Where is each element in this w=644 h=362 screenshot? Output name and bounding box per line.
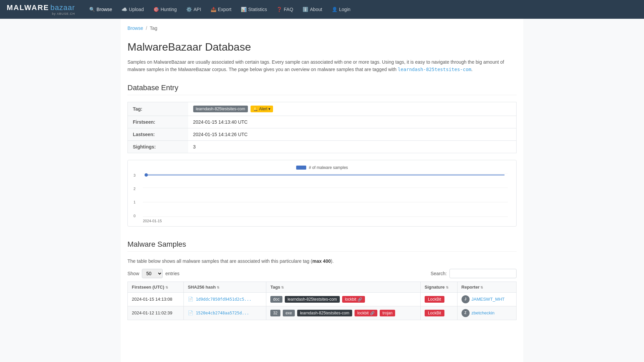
chart-y-labels: 0 1 2 3 <box>133 173 136 218</box>
nav-login[interactable]: 👤 Login <box>328 4 355 15</box>
hash-link-1[interactable]: 1d9ddc7850fd9451d2c5... <box>196 297 252 302</box>
value-firstseen: 2024-01-15 14:13:40 UTC <box>188 116 517 128</box>
label-sightings: Sightings: <box>128 140 188 153</box>
cell-firstseen-1: 2024-01-15 14:13:08 <box>128 292 184 306</box>
nav-hunting[interactable]: 🎯 Hunting <box>149 4 181 15</box>
chart-x-label: 2024-01-15 <box>143 219 511 223</box>
badge-trojan-2: trojan <box>380 310 395 316</box>
col-tags[interactable]: Tags <box>266 282 421 292</box>
main-content: Browse / Tag MalwareBazaar Database Samp… <box>121 19 523 362</box>
nav-faq[interactable]: ❓ FAQ <box>272 4 297 15</box>
samples-table: Firstseen (UTC) SHA256 hash Tags Signatu… <box>127 282 517 320</box>
breadcrumb-separator: / <box>146 25 147 31</box>
cell-tags-1: doc learndash-825testsites-com lockbit 🔗 <box>266 292 421 306</box>
nav-statistics[interactable]: 📊 Statistics <box>237 4 271 15</box>
brand-logo-text: MALWARE bazaar by ABUSE.CH <box>7 3 75 15</box>
hunting-icon: 🎯 <box>153 7 159 12</box>
show-entries: Show 50 25 100 entries <box>127 269 179 278</box>
breadcrumb-home[interactable]: Browse <box>127 25 143 31</box>
chart-legend-color <box>296 166 306 170</box>
cell-tags-2: 32 exe learndash-825testsites-com lockbi… <box>266 306 421 320</box>
alert-button[interactable]: 🔔 Alert ▾ <box>251 106 273 112</box>
chart-legend: # of malware samples <box>133 165 511 170</box>
chart-svg <box>143 173 508 217</box>
browse-icon: 🔍 <box>89 7 95 12</box>
table-controls: Show 50 25 100 entries Search: <box>127 269 517 278</box>
badge-lockbit-2: lockbit 🔗 <box>355 310 377 316</box>
login-icon: 👤 <box>332 7 337 12</box>
reporter-avatar-1: J <box>462 295 470 303</box>
label-tag: Tag: <box>128 102 188 116</box>
col-firstseen[interactable]: Firstseen (UTC) <box>128 282 184 292</box>
file-icon-1: 📄 <box>188 297 193 302</box>
database-entry-table: Tag: learndash-825testsites-com 🔔 Alert … <box>127 102 517 153</box>
badge-learndash-1: learndash-825testsites-com <box>285 296 339 303</box>
col-signature[interactable]: Signature <box>420 282 457 292</box>
page-description: Samples on MalwareBazaar are usually ass… <box>127 58 517 73</box>
cell-reporter-1: J JAMESWT_MHT <box>457 292 516 306</box>
badge-32-2: 32 <box>270 310 280 316</box>
nav-links: 🔍 Browse ☁️ Upload 🎯 Hunting ⚙️ API 📤 Ex… <box>85 4 637 15</box>
value-tag: learndash-825testsites-com 🔔 Alert ▾ <box>188 102 517 116</box>
search-input[interactable] <box>449 269 517 278</box>
nav-about[interactable]: ℹ️ About <box>299 4 326 15</box>
database-entry-title: Database Entry <box>127 83 517 95</box>
navbar: MALWARE bazaar by ABUSE.CH 🔍 Browse ☁️ U… <box>0 0 644 19</box>
col-hash[interactable]: SHA256 hash <box>184 282 266 292</box>
chart-container: # of malware samples 0 1 2 3 2024-01-15 <box>127 160 517 227</box>
entries-select[interactable]: 50 25 100 <box>142 269 163 278</box>
cell-reporter-2: Z zbetcheckin <box>457 306 516 320</box>
nav-export[interactable]: 📤 Export <box>207 4 235 15</box>
reporter-link-2[interactable]: zbetcheckin <box>472 310 495 315</box>
col-reporter[interactable]: Reporter <box>457 282 516 292</box>
export-icon: 📤 <box>211 7 216 12</box>
label-firstseen: Firstseen: <box>128 116 188 128</box>
samples-description: The table below shows all malware sample… <box>127 258 517 264</box>
breadcrumb: Browse / Tag <box>127 25 517 31</box>
cell-signature-1: LockBit <box>420 292 457 306</box>
tag-badge[interactable]: learndash-825testsites-com <box>193 106 248 112</box>
file-icon-2: 📄 <box>188 310 193 315</box>
table-row-sightings: Sightings: 3 <box>128 140 517 153</box>
label-lastseen: Lastseen: <box>128 128 188 140</box>
badge-exe-2: exe <box>283 310 294 316</box>
statistics-icon: 📊 <box>241 7 247 12</box>
table-row-lastseen: Lastseen: 2024-01-15 14:14:26 UTC <box>128 128 517 140</box>
samples-section: Malware Samples The table below shows al… <box>127 240 517 320</box>
search-label: Search: <box>431 271 447 276</box>
cell-hash-2: 📄 1520e4cb2748aa5725d... <box>184 306 266 320</box>
cell-hash-1: 📄 1d9ddc7850fd9451d2c5... <box>184 292 266 306</box>
brand-logo[interactable]: MALWARE bazaar by ABUSE.CH <box>7 3 75 15</box>
search-box: Search: <box>431 269 517 278</box>
tag-link[interactable]: learndash-825testsites-com <box>398 67 471 72</box>
reporter-link-1[interactable]: JAMESWT_MHT <box>472 297 505 302</box>
about-icon: ℹ️ <box>303 7 308 12</box>
table-row: 2024-01-12 11:02:39 📄 1520e4cb2748aa5725… <box>128 306 517 320</box>
breadcrumb-current: Tag <box>150 25 158 31</box>
nav-browse[interactable]: 🔍 Browse <box>85 4 116 15</box>
badge-learndash-2: learndash-825testsites-com <box>297 310 352 316</box>
hash-link-2[interactable]: 1520e4cb2748aa5725d... <box>196 311 249 315</box>
faq-icon: ❓ <box>276 7 282 12</box>
upload-icon: ☁️ <box>121 7 127 12</box>
samples-section-title: Malware Samples <box>127 240 517 252</box>
chart-legend-label: # of malware samples <box>309 165 348 170</box>
table-row: 2024-01-15 14:13:08 📄 1d9ddc7850fd9451d2… <box>128 292 517 306</box>
signature-badge-2: LockBit <box>425 310 444 316</box>
nav-api[interactable]: ⚙️ API <box>182 4 205 15</box>
cell-firstseen-2: 2024-01-12 11:02:39 <box>128 306 184 320</box>
api-icon: ⚙️ <box>186 7 192 12</box>
cell-signature-2: LockBit <box>420 306 457 320</box>
page-title: MalwareBazaar Database <box>127 41 517 53</box>
nav-upload[interactable]: ☁️ Upload <box>117 4 148 15</box>
table-row-firstseen: Firstseen: 2024-01-15 14:13:40 UTC <box>128 116 517 128</box>
value-lastseen: 2024-01-15 14:14:26 UTC <box>188 128 517 140</box>
value-sightings: 3 <box>188 140 517 153</box>
reporter-avatar-2: Z <box>462 309 470 317</box>
badge-doc-1: doc <box>270 296 282 303</box>
badge-lockbit-1: lockbit 🔗 <box>342 296 365 303</box>
table-header-row: Firstseen (UTC) SHA256 hash Tags Signatu… <box>128 282 517 292</box>
show-label: Show <box>127 271 139 276</box>
signature-badge-1: LockBit <box>425 296 444 303</box>
entries-label: entries <box>165 271 179 276</box>
